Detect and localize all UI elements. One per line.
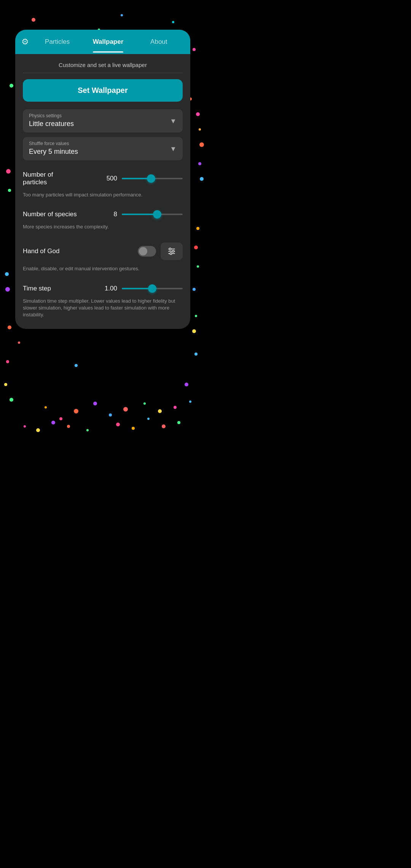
- hand-of-god-settings-button[interactable]: [161, 243, 183, 260]
- particles-slider-value: 500: [107, 175, 117, 182]
- time-step-slider-fill: [122, 288, 152, 289]
- particles-slider-thumb[interactable]: [147, 174, 155, 183]
- time-step-slider-thumb[interactable]: [148, 284, 156, 293]
- time-step-slider-row: Time step 1.00 Simulation time step mult…: [23, 279, 183, 320]
- toggle-thumb: [139, 247, 147, 255]
- hand-of-god-label: Hand of God: [23, 247, 138, 255]
- svg-point-4: [172, 251, 174, 252]
- species-slider-fill: [122, 214, 157, 215]
- hand-of-god-hint: Enable, disable, or edit manual interven…: [23, 264, 183, 277]
- time-step-label: Time step: [23, 285, 105, 292]
- physics-settings-value: Little creatures: [29, 120, 177, 128]
- time-step-slider-track[interactable]: [122, 288, 183, 289]
- hand-of-god-row: Hand of God Enable, disable, or edit man: [23, 236, 183, 278]
- species-slider-hint: More species increases the complexity.: [23, 222, 183, 235]
- sliders-icon: [167, 247, 176, 256]
- physics-settings-arrow-icon: ▼: [170, 117, 177, 125]
- shuffle-force-select[interactable]: Shuffle force values Every 5 minutes ▼: [23, 137, 183, 160]
- species-slider-row: Number of species 8 More species increas…: [23, 204, 183, 236]
- time-step-value: 1.00: [105, 285, 117, 292]
- sliders-icon: ⚙: [21, 37, 29, 47]
- species-slider-thumb[interactable]: [153, 210, 161, 219]
- shuffle-force-arrow-icon: ▼: [170, 145, 177, 153]
- divider: [23, 73, 183, 73]
- particles-slider-row: Number ofparticles 500 Too many particle…: [23, 165, 183, 204]
- tab-wallpaper[interactable]: Wallpaper: [83, 31, 133, 53]
- main-card: ⚙ Particles Wallpaper About Customize an…: [15, 30, 190, 329]
- shuffle-force-label: Shuffle force values: [29, 141, 177, 146]
- tab-bar: ⚙ Particles Wallpaper About: [15, 30, 190, 54]
- physics-settings-select[interactable]: Physics settings Little creatures ▼: [23, 109, 183, 132]
- particles-slider-track[interactable]: [122, 178, 183, 179]
- svg-point-5: [170, 253, 172, 255]
- particles-slider-hint: Too many particles will impact simulatio…: [23, 190, 183, 203]
- set-wallpaper-button[interactable]: Set Wallpaper: [23, 79, 183, 102]
- species-slider-value: 8: [114, 211, 117, 218]
- particles-slider-label: Number ofparticles: [23, 171, 107, 186]
- physics-settings-label: Physics settings: [29, 113, 177, 118]
- species-slider-track[interactable]: [122, 214, 183, 215]
- content-area: Customize and set a live wallpaper Set W…: [15, 54, 190, 320]
- hand-of-god-toggle[interactable]: [138, 246, 156, 257]
- svg-point-3: [169, 248, 171, 250]
- time-step-hint: Simulation time step multiplier. Lower v…: [23, 296, 183, 319]
- tab-about[interactable]: About: [134, 31, 184, 53]
- species-slider-label: Number of species: [23, 211, 114, 218]
- page-subtitle: Customize and set a live wallpaper: [23, 62, 183, 68]
- tab-particles[interactable]: Particles: [32, 31, 83, 53]
- shuffle-force-value: Every 5 minutes: [29, 148, 177, 156]
